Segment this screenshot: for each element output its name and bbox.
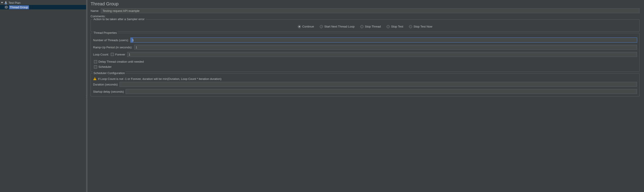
scheduler-checkbox[interactable] — [94, 65, 97, 69]
startup-delay-input[interactable] — [126, 89, 637, 94]
scheduler-label: Scheduler — [98, 65, 112, 69]
radio-stop-test[interactable]: Stop Test — [386, 25, 403, 28]
collapse-arrow-icon[interactable] — [1, 2, 3, 3]
radio-icon — [360, 25, 364, 28]
duration-row: Duration (seconds) — [93, 82, 637, 87]
num-threads-input[interactable] — [130, 38, 637, 43]
loop-count-label: Loop Count: — [93, 53, 109, 56]
scheduler-config-group: Scheduler Configuration If Loop Count is… — [90, 73, 640, 96]
svg-rect-0 — [6, 1, 6, 1]
forever-checkbox[interactable] — [111, 53, 114, 56]
delay-thread-row[interactable]: Delay Thread creation until needed — [93, 59, 637, 64]
svg-rect-5 — [8, 7, 8, 7]
radio-icon — [409, 25, 412, 28]
tree-row-test-plan[interactable]: Test Plan — [0, 0, 86, 5]
radio-start-next[interactable]: Start Next Thread Loop — [320, 25, 354, 28]
radio-stop-thread[interactable]: Stop Thread — [360, 25, 381, 28]
forever-label: Forever — [115, 53, 125, 56]
radio-stop-test-label: Stop Test — [391, 25, 403, 28]
thread-properties-legend: Thread Properties — [92, 31, 118, 34]
radio-start-next-label: Start Next Thread Loop — [324, 25, 354, 28]
svg-rect-11 — [95, 78, 95, 79]
tree-panel: Test Plan Thread Group ⋮⋮ — [0, 0, 88, 192]
scheduler-warning-row: If Loop Count is not -1 or Forever, dura… — [93, 77, 637, 81]
sampler-error-group: Action to be taken after a Sampler error… — [90, 19, 640, 32]
gear-icon — [4, 5, 8, 9]
name-row: Name: — [90, 8, 640, 13]
delay-thread-checkbox[interactable] — [94, 60, 97, 63]
radio-stop-test-now-label: Stop Test Now — [414, 25, 432, 28]
warning-icon — [93, 77, 97, 81]
duration-label: Duration (seconds) — [93, 83, 118, 86]
startup-delay-label: Startup delay (seconds) — [93, 90, 124, 93]
ramp-up-row: Ramp-Up Period (in seconds): — [93, 45, 637, 50]
radio-icon — [320, 25, 323, 28]
radio-icon — [298, 25, 301, 28]
sampler-error-radio-row: Continue Start Next Thread Loop Stop Thr… — [93, 23, 637, 29]
loop-count-row: Loop Count: Forever — [93, 52, 637, 57]
loop-count-input[interactable] — [127, 52, 637, 57]
radio-icon — [386, 25, 390, 28]
comments-row: Comments: — [90, 14, 640, 18]
svg-point-10 — [6, 7, 7, 8]
radio-stop-test-now[interactable]: Stop Test Now — [409, 25, 432, 28]
scheduler-row[interactable]: Scheduler — [93, 64, 637, 69]
scheduler-config-legend: Scheduler Configuration — [92, 71, 126, 75]
thread-properties-group: Thread Properties Number of Threads (use… — [90, 33, 640, 72]
sampler-error-legend: Action to be taken after a Sampler error — [92, 17, 146, 21]
tree-row-thread-group[interactable]: Thread Group — [0, 5, 86, 9]
duration-input[interactable] — [120, 82, 637, 87]
tree-label-test-plan: Test Plan — [8, 1, 20, 4]
radio-stop-thread-label: Stop Thread — [365, 25, 381, 28]
name-label: Name: — [90, 9, 99, 12]
svg-rect-12 — [95, 80, 95, 80]
beaker-icon — [4, 1, 8, 4]
page-title: Thread Group — [90, 1, 640, 6]
ramp-up-input[interactable] — [134, 45, 637, 50]
scheduler-warning-text: If Loop Count is not -1 or Forever, dura… — [98, 77, 222, 81]
svg-rect-3 — [6, 8, 6, 9]
num-threads-row: Number of Threads (users): — [93, 38, 637, 43]
main-panel: Thread Group Name: Comments: Action to b… — [88, 0, 644, 192]
svg-rect-4 — [5, 7, 6, 7]
ramp-up-label: Ramp-Up Period (in seconds): — [93, 46, 132, 49]
radio-continue-label: Continue — [302, 25, 314, 28]
radio-continue[interactable]: Continue — [298, 25, 314, 28]
startup-delay-row: Startup delay (seconds) — [93, 89, 637, 94]
splitter-handle-icon[interactable]: ⋮⋮ — [85, 95, 88, 97]
num-threads-label: Number of Threads (users): — [93, 38, 129, 42]
name-input[interactable] — [101, 8, 640, 13]
delay-thread-label: Delay Thread creation until needed — [98, 60, 144, 63]
svg-rect-2 — [6, 5, 6, 6]
tree-label-thread-group: Thread Group — [9, 5, 29, 9]
